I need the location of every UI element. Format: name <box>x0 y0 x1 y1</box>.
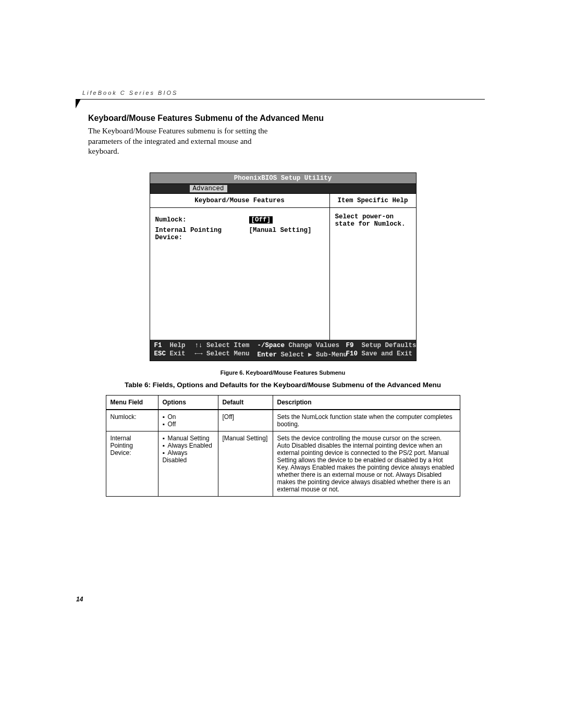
bullet-icon: ▪ <box>163 421 168 428</box>
bios-left-pane: Keyboard/Mouse Features Numlock: [Off] I… <box>150 194 330 340</box>
bullet-icon: ▪ <box>163 435 168 442</box>
bios-left-pane-title: Keyboard/Mouse Features <box>150 194 329 208</box>
table-row: Internal Pointing Device: ▪Manual Settin… <box>106 431 460 496</box>
bios-help-title: Item Specific Help <box>330 194 416 208</box>
th-menu-field: Menu Field <box>106 395 158 410</box>
key-esc: ESC <box>154 350 166 357</box>
table-header-row: Menu Field Options Default Description <box>106 395 460 410</box>
key-leftright-icon: ←→ <box>195 350 203 357</box>
page-number: 14 <box>76 596 83 603</box>
bios-field-label: Numlock: <box>155 216 249 224</box>
table-row: Numlock: ▪On ▪Off [Off] Sets the NumLock… <box>106 410 460 431</box>
key-space: -/Space <box>258 342 285 349</box>
bios-footer-bar: F1 Help ↑↓ Select Item -/Space Change Va… <box>150 340 416 361</box>
table-title: Table 6: Fields, Options and Defaults fo… <box>81 381 485 389</box>
tab-notch-icon <box>76 99 81 108</box>
section-title: Keyboard/Mouse Features Submenu of the A… <box>88 114 485 123</box>
bios-field-row[interactable]: Internal Pointing Device: [Manual Settin… <box>155 227 324 241</box>
header-rule <box>76 99 485 100</box>
cell-default: [Off] <box>218 410 273 431</box>
figure-caption: Figure 6. Keyboard/Mouse Features Submen… <box>81 369 485 376</box>
bios-tab-advanced[interactable]: Advanced <box>190 185 227 192</box>
bios-field-label: Internal Pointing Device: <box>155 227 249 241</box>
bios-titlebar: PhoenixBIOS Setup Utility <box>150 173 416 184</box>
running-header: LifeBook C Series BIOS <box>82 90 178 96</box>
key-updown-icon: ↑↓ <box>195 342 203 349</box>
cell-description: Sets the NumLock function state when the… <box>273 410 460 431</box>
intro-paragraph: The Keyboard/Mouse Features submenu is f… <box>88 126 276 157</box>
bullet-icon: ▪ <box>163 413 168 421</box>
bullet-icon: ▪ <box>163 442 168 449</box>
th-options: Options <box>158 395 218 410</box>
bios-field-value[interactable]: [Manual Setting] <box>249 227 312 241</box>
th-description: Description <box>273 395 460 410</box>
bios-field-row[interactable]: Numlock: [Off] <box>155 216 324 224</box>
key-f10: F10 <box>346 350 358 357</box>
bios-help-text: Select power-on state for Numlock. <box>330 208 416 340</box>
bios-screenshot: PhoenixBIOS Setup Utility Advanced Keybo… <box>150 172 417 361</box>
key-f9: F9 <box>346 342 354 349</box>
bullet-icon: ▪ <box>163 449 168 456</box>
cell-field: Numlock: <box>106 410 158 431</box>
document-page: LifeBook C Series BIOS Keyboard/Mouse Fe… <box>0 0 563 728</box>
th-default: Default <box>218 395 273 410</box>
options-table: Menu Field Options Default Description N… <box>106 395 460 497</box>
cell-description: Sets the device controlling the mouse cu… <box>273 431 460 496</box>
key-f1: F1 <box>154 342 162 349</box>
cell-options: ▪Manual Setting ▪Always Enabled ▪Always … <box>158 431 218 496</box>
cell-options: ▪On ▪Off <box>158 410 218 431</box>
key-enter: Enter <box>258 351 277 359</box>
bios-menu-bar: Advanced <box>150 184 416 193</box>
bios-help-pane: Item Specific Help Select power-on state… <box>330 194 416 340</box>
cell-default: [Manual Setting] <box>218 431 273 496</box>
cell-field: Internal Pointing Device: <box>106 431 158 496</box>
bios-field-value[interactable]: [Off] <box>249 216 273 224</box>
